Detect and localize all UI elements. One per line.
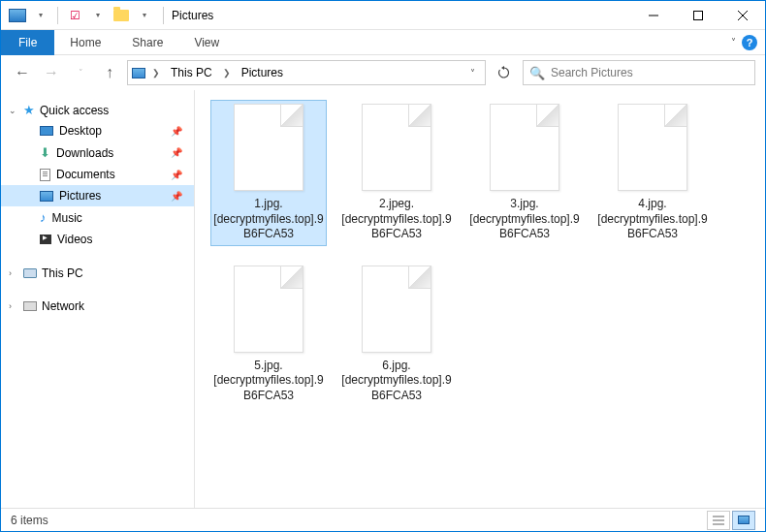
properties-checkbox-icon[interactable]: ☑	[64, 5, 85, 26]
content-area[interactable]: 1.jpg.[decryptmyfiles.top].9B6FCA53 2.jp…	[195, 90, 765, 508]
sidebar-this-pc: › This PC	[1, 264, 194, 283]
body: ⌄ ★ Quick access Desktop 📌 ⬇ Downloads 📌…	[1, 90, 765, 508]
search-placeholder: Search Pictures	[551, 66, 633, 79]
qat-overflow-icon[interactable]: ▾	[134, 5, 155, 26]
qat-dropdown-2-icon[interactable]: ▾	[87, 5, 109, 26]
pin-icon: 📌	[171, 191, 182, 202]
file-thumbnail-icon	[490, 104, 559, 191]
details-view-icon	[713, 516, 724, 525]
file-name: 2.jpeg.[decryptmyfiles.top].9B6FCA53	[339, 197, 454, 242]
sidebar-item-pictures[interactable]: Pictures 📌	[1, 185, 194, 206]
file-thumbnail-icon	[234, 104, 303, 191]
file-tab[interactable]: File	[1, 30, 54, 55]
file-item[interactable]: 5.jpg.[decryptmyfiles.top].9B6FCA53	[210, 262, 327, 408]
up-button[interactable]: ↑	[98, 61, 121, 84]
thumbnails-view-button[interactable]	[732, 511, 755, 530]
ribbon: File Home Share View ˅ ?	[1, 30, 765, 55]
explorer-app-icon	[7, 5, 28, 26]
folder-icon[interactable]	[111, 5, 132, 26]
sidebar-item-label: Network	[42, 299, 84, 313]
maximize-button[interactable]	[676, 1, 720, 30]
sidebar-item-label: Music	[52, 211, 82, 225]
sidebar-network-header[interactable]: › Network	[1, 297, 194, 316]
tab-share[interactable]: Share	[116, 30, 178, 55]
file-item[interactable]: 1.jpg.[decryptmyfiles.top].9B6FCA53	[210, 100, 327, 246]
file-name: 4.jpg.[decryptmyfiles.top].9B6FCA53	[595, 197, 710, 242]
downloads-icon: ⬇	[40, 145, 50, 160]
svg-rect-1	[694, 11, 703, 19]
maximize-icon	[692, 10, 704, 21]
sidebar-this-pc-header[interactable]: › This PC	[1, 264, 194, 283]
sidebar: ⌄ ★ Quick access Desktop 📌 ⬇ Downloads 📌…	[1, 90, 195, 508]
sidebar-item-music[interactable]: ♪ Music	[1, 206, 194, 229]
help-icon[interactable]: ?	[742, 35, 757, 50]
network-icon	[23, 301, 37, 311]
refresh-icon	[497, 66, 511, 79]
file-thumbnail-icon	[618, 104, 687, 191]
sidebar-item-label: Documents	[56, 168, 115, 181]
sidebar-item-label: Videos	[57, 233, 92, 246]
recent-dropdown-icon[interactable]: ˅	[69, 61, 92, 84]
file-item[interactable]: 3.jpg.[decryptmyfiles.top].9B6FCA53	[466, 100, 583, 246]
sidebar-item-videos[interactable]: Videos	[1, 229, 194, 250]
window-controls	[631, 1, 765, 30]
star-icon: ★	[23, 103, 35, 117]
music-icon: ♪	[40, 210, 47, 225]
caret-right-icon: ›	[9, 268, 18, 278]
caret-right-icon: ›	[9, 301, 18, 311]
sidebar-network: › Network	[1, 297, 194, 316]
navigation-bar: ← → ˅ ↑ ❯ This PC ❯ Pictures ˅ 🔍 Search …	[1, 55, 765, 90]
qat-separator	[57, 7, 58, 24]
thumbnails-view-icon	[738, 516, 750, 524]
tab-view[interactable]: View	[178, 30, 235, 55]
file-thumbnail-icon	[362, 266, 431, 353]
sidebar-item-downloads[interactable]: ⬇ Downloads 📌	[1, 141, 194, 164]
ribbon-expand-icon[interactable]: ˅	[731, 37, 736, 47]
sidebar-item-label: Downloads	[56, 146, 113, 160]
forward-button[interactable]: →	[40, 61, 63, 84]
file-item[interactable]: 2.jpeg.[decryptmyfiles.top].9B6FCA53	[338, 100, 455, 246]
sidebar-quick-access-header[interactable]: ⌄ ★ Quick access	[1, 100, 194, 120]
refresh-button[interactable]	[492, 60, 517, 85]
file-name: 5.jpg.[decryptmyfiles.top].9B6FCA53	[211, 359, 326, 404]
search-input[interactable]: 🔍 Search Pictures	[523, 60, 755, 85]
file-item[interactable]: 4.jpg.[decryptmyfiles.top].9B6FCA53	[594, 100, 711, 246]
sidebar-item-label: Desktop	[59, 124, 102, 138]
close-icon	[737, 10, 749, 21]
caret-down-icon: ⌄	[9, 106, 18, 115]
pictures-icon	[40, 191, 53, 202]
sidebar-item-label: Pictures	[59, 189, 101, 203]
titlebar: ▾ ☑ ▾ ▾ Pictures	[1, 1, 765, 30]
file-name: 6.jpg.[decryptmyfiles.top].9B6FCA53	[339, 359, 454, 404]
pin-icon: 📌	[171, 126, 182, 137]
view-toggles	[707, 511, 755, 530]
minimize-button[interactable]	[631, 1, 676, 30]
item-count: 6 items	[11, 514, 48, 527]
file-thumbnail-icon	[362, 104, 431, 191]
desktop-icon	[40, 126, 53, 136]
details-view-button[interactable]	[707, 511, 730, 530]
file-item[interactable]: 6.jpg.[decryptmyfiles.top].9B6FCA53	[338, 262, 455, 408]
search-icon: 🔍	[529, 66, 545, 80]
ribbon-right: ˅ ?	[731, 35, 765, 50]
sidebar-item-label: Quick access	[40, 104, 109, 117]
close-button[interactable]	[720, 1, 765, 30]
chevron-right-icon[interactable]: ❯	[220, 68, 234, 78]
back-button[interactable]: ←	[11, 61, 34, 84]
chevron-right-icon[interactable]: ❯	[149, 68, 163, 78]
sidebar-item-documents[interactable]: Documents 📌	[1, 164, 194, 185]
quick-access-toolbar: ▾ ☑ ▾ ▾	[1, 5, 155, 26]
file-thumbnail-icon	[234, 266, 303, 353]
pin-icon: 📌	[171, 170, 182, 180]
file-name: 1.jpg.[decryptmyfiles.top].9B6FCA53	[211, 197, 326, 242]
breadcrumb-this-pc[interactable]: This PC	[167, 64, 216, 81]
file-name: 3.jpg.[decryptmyfiles.top].9B6FCA53	[467, 197, 582, 242]
qat-dropdown-icon[interactable]: ▾	[30, 5, 51, 26]
window-title: Pictures	[172, 9, 631, 22]
breadcrumb-pictures[interactable]: Pictures	[238, 64, 287, 81]
address-bar[interactable]: ❯ This PC ❯ Pictures ˅	[127, 60, 486, 85]
sidebar-quick-access: ⌄ ★ Quick access Desktop 📌 ⬇ Downloads 📌…	[1, 100, 194, 250]
tab-home[interactable]: Home	[54, 30, 116, 55]
sidebar-item-desktop[interactable]: Desktop 📌	[1, 120, 194, 141]
address-dropdown-icon[interactable]: ˅	[464, 68, 481, 78]
